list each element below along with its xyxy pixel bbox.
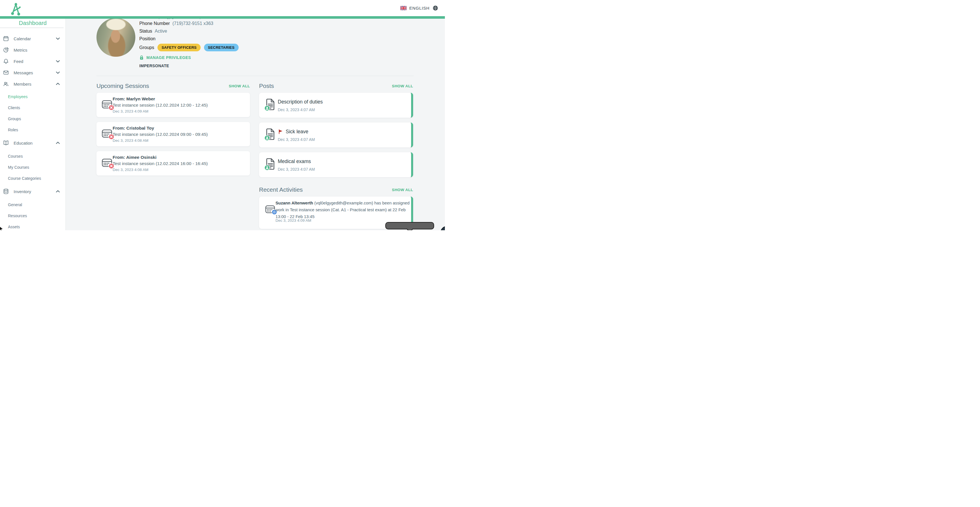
avatar <box>97 18 135 57</box>
sidebar-item-roles[interactable]: Roles <box>0 124 65 135</box>
activity-text: Suzann Altenwerth (vql0elgygedith@exampl… <box>275 200 416 220</box>
author-person-badge-icon <box>264 165 270 171</box>
accent-bar <box>0 16 445 19</box>
sidebar-item-education[interactable]: Education <box>0 137 65 149</box>
profile-position-row: Position <box>139 36 156 41</box>
bell-icon <box>3 58 9 64</box>
lock-icon <box>139 55 144 60</box>
chevron-down-icon[interactable] <box>55 35 61 42</box>
calendar-icon <box>3 35 9 42</box>
sidebar-title-dashboard[interactable]: Dashboard <box>0 19 65 27</box>
posts-show-all-link[interactable]: SHOW ALL <box>392 84 413 88</box>
group-chip-secretaries[interactable]: SECRETARIES <box>204 44 239 51</box>
chevron-up-icon[interactable] <box>55 140 61 146</box>
book-icon <box>3 140 9 146</box>
sidebar-item-metrics[interactable]: Metrics <box>0 44 65 56</box>
session-card[interactable]: From: Aimee Osinski Test instance sessio… <box>97 151 250 175</box>
activities-show-all-link[interactable]: SHOW ALL <box>392 188 413 192</box>
app-window: Email vql0elgygedith@example.com ENGLISH… <box>0 0 445 230</box>
logo-a-icon[interactable] <box>10 2 22 16</box>
recent-activities-header: Recent Activities SHOW ALL <box>259 186 413 193</box>
section-divider <box>97 76 414 76</box>
session-card[interactable]: From: Marlyn Weber Test instance session… <box>97 93 250 117</box>
sidebar-item-course-categories[interactable]: Course Categories <box>0 173 65 184</box>
post-card[interactable]: Description of duties Dec 3, 2023 4:07 A… <box>259 93 413 118</box>
session-card[interactable]: From: Cristobal Toy Test instance sessio… <box>97 122 250 146</box>
group-chip-safety-officers[interactable]: SAFETY OFFICERS <box>158 44 200 51</box>
flag-icon <box>278 129 283 134</box>
sidebar-item-groups[interactable]: Groups <box>0 113 65 124</box>
sidebar-item-messages[interactable]: Messages <box>0 67 65 78</box>
tooltip-bubble <box>385 222 434 229</box>
chevron-up-icon[interactable] <box>55 81 61 87</box>
chevron-down-icon[interactable] <box>55 70 61 76</box>
sidebar-item-clients[interactable]: Clients <box>0 102 65 113</box>
sidebar-item-general[interactable]: General <box>0 199 65 210</box>
people-icon <box>3 81 9 87</box>
mouse-cursor-icon <box>0 226 5 230</box>
sidebar-nav: Calendar Metrics Feed Messages Members <box>0 28 65 230</box>
profile-status-row: Status Active <box>139 29 167 34</box>
posts-header: Posts SHOW ALL <box>259 83 413 89</box>
upcoming-sessions-title: Upcoming Sessions <box>97 83 149 89</box>
database-icon <box>3 188 9 194</box>
sidebar-item-assets[interactable]: Assets <box>0 221 65 230</box>
sessions-show-all-link[interactable]: SHOW ALL <box>229 84 250 88</box>
sidebar-item-employees[interactable]: Employees <box>0 91 65 102</box>
pie-chart-icon <box>3 47 9 53</box>
top-header: ENGLISH <box>0 0 445 16</box>
profile-groups-row: Groups SAFETY OFFICERS SECRETARIES <box>139 44 239 51</box>
chevron-down-icon[interactable] <box>55 58 61 64</box>
profile-phone-row: Phone Number (719)732-9151 x363 <box>139 21 213 26</box>
sidebar-item-inventory[interactable]: Inventory <box>0 186 65 197</box>
sidebar-item-my-courses[interactable]: My Courses <box>0 162 65 173</box>
author-person-badge-icon <box>264 105 270 111</box>
sidebar-item-resources[interactable]: Resources <box>0 210 65 221</box>
post-card[interactable]: Medical exams Dec 3, 2023 4:07 AM <box>259 152 413 177</box>
posts-title: Posts <box>259 83 274 89</box>
sidebar-item-calendar[interactable]: Calendar <box>0 33 65 44</box>
language-selector[interactable]: ENGLISH <box>400 0 438 16</box>
uk-flag-icon <box>400 6 407 10</box>
envelope-icon <box>3 70 9 76</box>
chevron-up-icon[interactable] <box>55 188 61 194</box>
recent-activities-title: Recent Activities <box>259 186 303 193</box>
manage-privileges-button[interactable]: MANAGE PRIVILEGES <box>139 55 191 60</box>
author-person-badge-icon <box>264 135 270 141</box>
post-card[interactable]: Sick leave Dec 3, 2023 4:07 AM <box>259 122 413 148</box>
sidebar-item-members[interactable]: Members <box>0 78 65 90</box>
language-label: ENGLISH <box>409 6 430 11</box>
upcoming-sessions-header: Upcoming Sessions SHOW ALL <box>97 83 250 89</box>
sidebar: Dashboard Calendar Metrics Feed Messages <box>0 19 66 230</box>
sidebar-item-courses[interactable]: Courses <box>0 151 65 162</box>
globe-icon[interactable] <box>433 5 438 11</box>
impersonate-button[interactable]: IMPERSONATE <box>139 64 169 68</box>
sidebar-item-feed[interactable]: Feed <box>0 56 65 67</box>
status-badge: Active <box>154 29 167 34</box>
